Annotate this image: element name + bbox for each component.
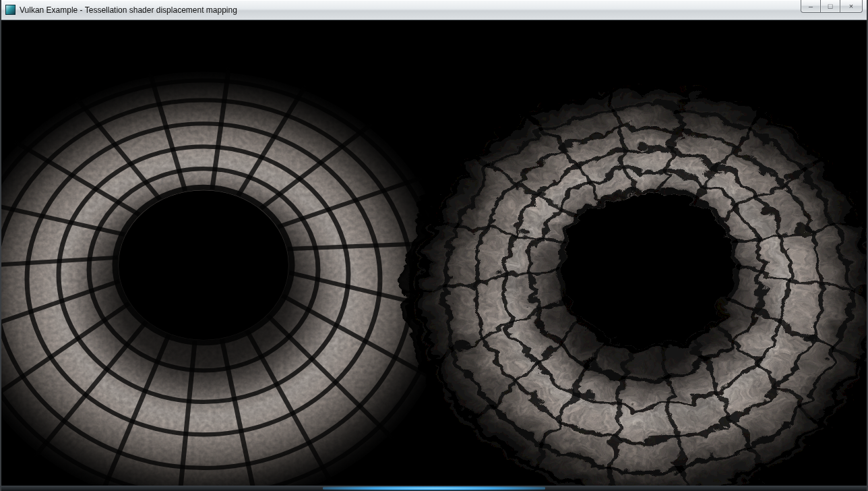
maximize-icon: □	[828, 3, 833, 10]
application-window: Vulkan Example - Tessellation shader dis…	[0, 0, 868, 491]
render-canvas	[1, 20, 867, 486]
window-title: Vulkan Example - Tessellation shader dis…	[20, 0, 237, 20]
render-viewport[interactable]	[1, 20, 867, 486]
bottom-frame-glow	[323, 486, 545, 490]
close-icon: ×	[849, 3, 853, 10]
close-button[interactable]: ×	[840, 0, 863, 13]
title-bar[interactable]: Vulkan Example - Tessellation shader dis…	[0, 0, 868, 20]
window-frame-bottom	[0, 486, 868, 491]
minimize-icon: –	[809, 3, 813, 10]
window-controls: – □ ×	[801, 0, 863, 13]
maximize-button[interactable]: □	[820, 0, 840, 13]
window-icon[interactable]	[5, 5, 16, 15]
minimize-button[interactable]: –	[801, 0, 821, 13]
